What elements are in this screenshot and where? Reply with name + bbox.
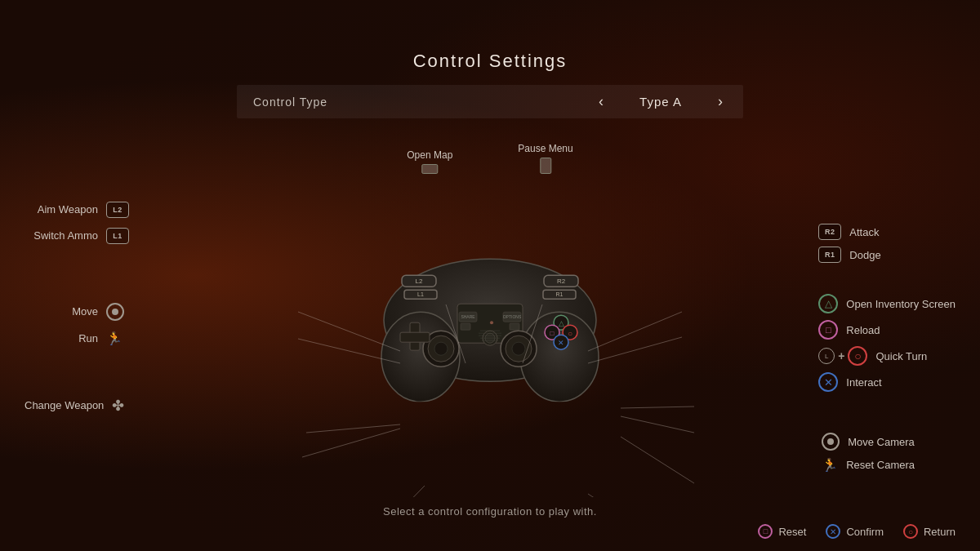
change-weapon-icon: ✤	[112, 397, 124, 415]
attack-label: Attack	[849, 226, 915, 238]
svg-line-54	[588, 494, 670, 497]
run-label: Run	[24, 332, 98, 344]
quick-turn-label: Quick Turn	[875, 350, 941, 362]
svg-text:R1: R1	[556, 291, 564, 297]
svg-line-50	[621, 416, 694, 433]
return-label: Return	[924, 526, 956, 538]
run-icon: 🏃	[106, 331, 122, 346]
svg-text:✕: ✕	[558, 339, 564, 347]
svg-text:SHARE: SHARE	[461, 314, 475, 319]
reset-label: Reset	[778, 526, 806, 538]
cross-button: ✕	[818, 372, 838, 392]
label-pause-menu: Pause Menu	[518, 143, 572, 174]
switch-ammo-button: L1	[106, 228, 129, 244]
change-weapon-label: Change Weapon	[24, 399, 104, 411]
controller-diagram: L2 L1 R2 R1 SHARE OPTIONS	[359, 206, 621, 402]
open-map-icon	[421, 164, 438, 174]
confirm-button[interactable]: ✕ Confirm	[826, 524, 884, 539]
footer-hint: Select a control configuration to play w…	[383, 505, 597, 518]
control-type-label: Control Type	[253, 96, 327, 109]
left-labels: Aim Weapon L2 Switch Ammo L1 Move Run 🏃	[24, 118, 129, 497]
confirm-icon: ✕	[826, 524, 840, 539]
page-title: Control Settings	[413, 51, 568, 72]
svg-point-41	[490, 321, 493, 324]
return-button[interactable]: ○ Return	[903, 524, 956, 539]
control-type-next-button[interactable]: ›	[714, 93, 727, 110]
reset-icon: □	[758, 524, 773, 539]
control-type-selector: ‹ Type A ›	[595, 93, 727, 110]
right-labels: R2 Attack R1 Dodge △ Open Inventory Scre…	[818, 118, 956, 497]
svg-rect-18	[461, 323, 470, 330]
svg-text:○: ○	[568, 329, 572, 338]
label-interact: ✕ Interact	[818, 372, 956, 392]
control-type-row: Control Type ‹ Type A ›	[237, 85, 743, 118]
dodge-button: R1	[818, 247, 841, 263]
main-content: Control Settings Control Type ‹ Type A ›…	[0, 0, 980, 551]
label-move: Move	[24, 303, 129, 321]
svg-line-45	[302, 429, 400, 457]
quick-turn-icons: L + ○	[818, 346, 867, 366]
move-icon	[106, 303, 124, 321]
svg-text:L2: L2	[416, 278, 423, 285]
svg-rect-27	[400, 332, 430, 342]
open-map-label: Open Map	[407, 149, 452, 161]
reload-label: Reload	[846, 324, 911, 336]
footer-buttons: □ Reset ✕ Confirm ○ Return	[758, 524, 956, 539]
svg-rect-19	[510, 323, 519, 330]
attack-button: R2	[818, 224, 841, 240]
move-label: Move	[24, 305, 98, 318]
svg-text:L1: L1	[417, 291, 424, 297]
aim-weapon-label: Aim Weapon	[24, 203, 98, 216]
circle-button: ○	[848, 346, 867, 366]
label-dodge: R1 Dodge	[818, 247, 956, 263]
label-change-weapon: Change Weapon ✤	[24, 397, 129, 415]
label-run: Run 🏃	[24, 331, 129, 346]
reset-button[interactable]: □ Reset	[758, 524, 806, 539]
svg-point-25	[512, 342, 525, 355]
svg-point-22	[434, 342, 448, 355]
open-inventory-label: Open Inventory Screen	[846, 298, 956, 310]
label-aim-weapon: Aim Weapon L2	[24, 202, 129, 218]
control-type-prev-button[interactable]: ‹	[595, 93, 608, 110]
control-type-value: Type A	[632, 95, 689, 109]
label-open-map: Open Map	[407, 149, 452, 174]
svg-line-46	[359, 486, 425, 497]
footer: Select a control configuration to play w…	[0, 497, 980, 551]
label-open-inventory: △ Open Inventory Screen	[818, 294, 956, 313]
label-attack: R2 Attack	[818, 224, 956, 240]
svg-text:OPTIONS: OPTIONS	[503, 314, 522, 319]
ls-indicator: L	[818, 348, 835, 364]
aim-weapon-button: L2	[106, 202, 129, 218]
dodge-label: Dodge	[849, 249, 915, 261]
switch-ammo-label: Switch Ammo	[24, 229, 98, 242]
interact-label: Interact	[846, 376, 911, 389]
svg-line-44	[306, 424, 400, 433]
label-quick-turn: L + ○ Quick Turn	[818, 346, 956, 366]
svg-line-51	[621, 437, 694, 483]
controls-diagram-area: Aim Weapon L2 Switch Ammo L1 Move Run 🏃	[0, 118, 980, 497]
svg-text:□: □	[550, 330, 555, 337]
label-reload: □ Reload	[818, 320, 956, 340]
label-switch-ammo: Switch Ammo L1	[24, 228, 129, 244]
square-button: □	[818, 320, 838, 340]
svg-text:△: △	[559, 319, 564, 327]
svg-line-49	[621, 407, 694, 408]
triangle-button: △	[818, 294, 838, 313]
pause-menu-icon	[540, 158, 551, 174]
confirm-label: Confirm	[846, 526, 884, 538]
return-icon: ○	[903, 524, 918, 539]
pause-menu-label: Pause Menu	[518, 143, 572, 154]
svg-text:R2: R2	[557, 278, 566, 285]
